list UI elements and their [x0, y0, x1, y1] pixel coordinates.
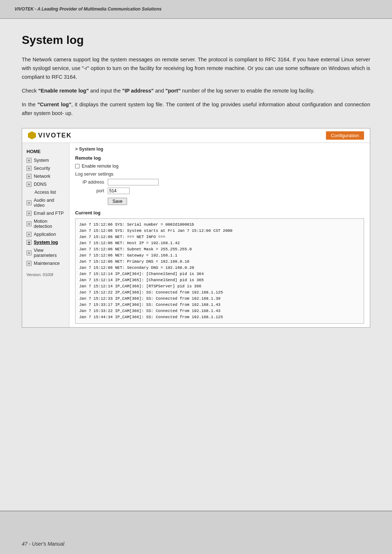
bold-current-log: "Current log" — [37, 102, 71, 107]
log-line: Jan 7 15:12:06 NET: === NET INFO === — [79, 234, 360, 240]
log-line: Jan 7 15:12:06 SYS: Serial number = 0002… — [79, 222, 360, 228]
sidebar-item-motion-detection[interactable]: + Motion detection — [22, 217, 69, 230]
sidebar-item-network[interactable]: + Network — [22, 172, 69, 180]
sidebar-home[interactable]: HOME — [22, 147, 69, 156]
vivotek-logo-text: VIVOTEK — [38, 132, 72, 139]
sidebar-item-maintenance[interactable]: + Maintenance — [22, 259, 69, 267]
description-paragraph-3: In the "Current log", it displays the cu… — [22, 100, 370, 118]
log-line: Jan 7 15:12:06 NET: Primary DNS = 192.16… — [79, 259, 360, 265]
sidebar-item-security[interactable]: + Security — [22, 164, 69, 172]
port-label: port — [75, 188, 108, 193]
header-tagline: VIVOTEK - A Leading Provider of Multimed… — [15, 7, 162, 12]
vivotek-logo: VIVOTEK — [28, 131, 72, 139]
log-line: Jan 7 15:12:06 SYS: System starts at Fri… — [79, 228, 360, 234]
plus-icon: + — [26, 200, 32, 205]
log-line: Jan 7 15:12:22 IP_CAM[366]: SS: Connecte… — [79, 290, 360, 296]
enable-remote-log-label: Enable remote log — [82, 164, 118, 169]
plus-icon: + — [26, 232, 32, 237]
save-button[interactable]: Save — [108, 198, 127, 205]
log-line: Jan 7 15:12:14 IP_CAM[366]: [RTSPServer]… — [79, 283, 360, 290]
enable-remote-log-row: Enable remote log — [75, 164, 364, 169]
ip-address-label: IP address — [75, 180, 108, 185]
plus-icon: + — [26, 166, 32, 171]
configuration-badge: Configuration — [326, 131, 364, 140]
breadcrumb: > System log — [75, 147, 364, 152]
sidebar-label-audio-video: Audio and video — [34, 198, 66, 208]
log-line: Jan 7 15:12:06 NET: Subnet Mask = 255.25… — [79, 246, 360, 253]
sidebar-item-system[interactable]: + System — [22, 156, 69, 164]
log-line: Jan 7 15:12:06 NET: Host IP = 192.168.1.… — [79, 240, 360, 246]
log-line: Jan 7 15:33:17 IP_CAM[366]: SS: Connecte… — [79, 302, 360, 308]
sidebar-item-audio-video[interactable]: + Audio and video — [22, 196, 69, 209]
plus-icon: + — [26, 174, 32, 179]
log-line: Jan 7 15:12:14 IP_CAM[365]: [ChannelSend… — [79, 277, 360, 283]
ip-address-input[interactable] — [108, 179, 159, 185]
sidebar-label-access-list: Access list — [34, 190, 56, 195]
port-input[interactable] — [108, 188, 130, 194]
sidebar-item-ddns[interactable]: + DDNS — [22, 180, 69, 188]
sidebar-label-security: Security — [34, 166, 50, 171]
sidebar: HOME + System + Security + Network + DDN… — [22, 143, 69, 328]
sidebar-label-ddns: DDNS — [34, 182, 46, 187]
plus-icon: + — [26, 211, 32, 216]
description-paragraph-1: The Network camera support log the syste… — [22, 56, 370, 82]
ui-screenshot: VIVOTEK Configuration HOME + System + Se… — [22, 128, 370, 328]
description-paragraph-2: Check "Enable remote log" and input the … — [22, 87, 370, 95]
sidebar-label-application: Application — [34, 232, 56, 237]
bold-port: "port" — [166, 88, 181, 94]
bold-enable-remote-log: "Enable remote log" — [38, 88, 89, 94]
page-title: System log — [22, 33, 370, 47]
log-box: Jan 7 15:12:06 SYS: Serial number = 0002… — [75, 218, 364, 324]
version-text: Version: 0100f — [22, 267, 69, 278]
plus-icon: + — [26, 261, 32, 266]
log-line: Jan 7 15:44:34 IP_CAM[366]: SS: Connecte… — [79, 314, 360, 320]
enable-remote-log-checkbox[interactable] — [75, 164, 79, 168]
bold-ip-address: "IP address" — [122, 88, 154, 94]
plus-icon: + — [26, 158, 32, 163]
footer-bar: 47 - User's Manual — [0, 510, 392, 554]
plus-icon: + — [26, 221, 32, 226]
log-line: Jan 7 15:33:22 IP_CAM[366]: SS: Connecte… — [79, 308, 360, 314]
log-line: Jan 7 15:12:06 NET: Secondary DNS = 192.… — [79, 265, 360, 271]
log-line: Jan 7 15:12:14 IP_CAM[364]: [ChannelSend… — [79, 271, 360, 277]
log-line: Jan 7 15:12:06 NET: Gateway = 192.168.1.… — [79, 253, 360, 259]
remote-log-title: Remote log — [75, 155, 364, 161]
ip-address-row: IP address — [75, 179, 364, 185]
header-bar: VIVOTEK - A Leading Provider of Multimed… — [0, 0, 392, 19]
vivotek-logo-icon — [28, 131, 36, 139]
footer-page-label: 47 - User's Manual — [22, 541, 64, 547]
current-log-title: Current log — [75, 210, 364, 216]
log-server-settings-label: Log server settings — [75, 172, 364, 177]
sidebar-label-maintenance: Maintenance — [34, 261, 60, 266]
main-content: System log The Network camera support lo… — [0, 19, 392, 510]
main-panel: > System log Remote log Enable remote lo… — [69, 143, 370, 328]
sidebar-item-application[interactable]: + Application — [22, 230, 69, 238]
current-log-section: Current log Jan 7 15:12:06 SYS: Serial n… — [75, 210, 364, 324]
sidebar-label-system-log: System log — [34, 240, 58, 245]
sidebar-label-email-ftp: Email and FTP — [34, 211, 64, 216]
remote-log-section: Remote log Enable remote log Log server … — [75, 155, 364, 205]
plus-icon: + — [26, 182, 32, 187]
sidebar-label-motion-detection: Motion detection — [34, 219, 66, 229]
sidebar-label-system: System — [34, 158, 49, 163]
sidebar-label-view-parameters: View parameters — [34, 248, 66, 258]
sidebar-item-email-ftp[interactable]: + Email and FTP — [22, 209, 69, 217]
vivotek-header: VIVOTEK Configuration — [22, 128, 370, 143]
sidebar-label-network: Network — [34, 174, 50, 179]
plus-icon: + — [26, 250, 32, 255]
port-row: port — [75, 188, 364, 194]
log-line: Jan 7 15:12:33 IP_CAM[366]: SS: Connecte… — [79, 296, 360, 302]
ui-body: HOME + System + Security + Network + DDN… — [22, 143, 370, 328]
plus-icon: + — [26, 240, 32, 245]
sidebar-item-system-log[interactable]: + System log — [22, 238, 69, 246]
sidebar-item-view-parameters[interactable]: + View parameters — [22, 246, 69, 259]
sidebar-item-access-list[interactable]: Access list — [22, 188, 69, 196]
